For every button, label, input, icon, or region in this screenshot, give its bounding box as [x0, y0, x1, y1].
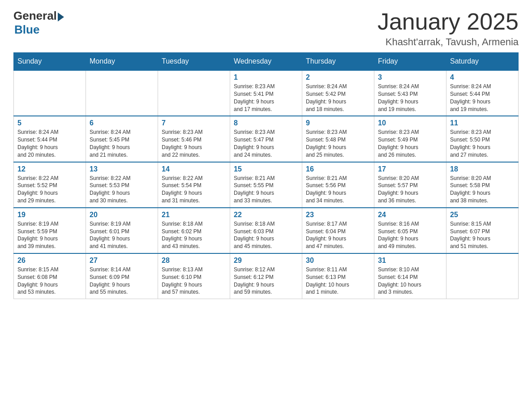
calendar-cell: 13Sunrise: 8:22 AMSunset: 5:53 PMDayligh… [86, 162, 158, 208]
day-info: Sunrise: 8:21 AMSunset: 5:55 PMDaylight:… [234, 175, 298, 205]
calendar-cell: 5Sunrise: 8:24 AMSunset: 5:44 PMDaylight… [14, 116, 86, 162]
day-number: 28 [162, 257, 226, 265]
calendar-cell: 9Sunrise: 8:23 AMSunset: 5:48 PMDaylight… [302, 116, 374, 162]
day-info: Sunrise: 8:14 AMSunset: 6:09 PMDaylight:… [90, 266, 154, 296]
calendar-cell: 23Sunrise: 8:17 AMSunset: 6:04 PMDayligh… [302, 208, 374, 253]
calendar-cell: 26Sunrise: 8:15 AMSunset: 6:08 PMDayligh… [14, 253, 86, 299]
day-info: Sunrise: 8:15 AMSunset: 6:08 PMDaylight:… [17, 266, 82, 296]
calendar-week-row: 5Sunrise: 8:24 AMSunset: 5:44 PMDaylight… [14, 116, 519, 162]
calendar-cell: 17Sunrise: 8:20 AMSunset: 5:57 PMDayligh… [374, 162, 446, 208]
calendar-cell: 3Sunrise: 8:24 AMSunset: 5:43 PMDaylight… [374, 70, 446, 116]
day-number: 19 [17, 211, 82, 219]
day-of-week-header: Wednesday [230, 53, 302, 71]
day-info: Sunrise: 8:24 AMSunset: 5:42 PMDaylight:… [306, 83, 370, 113]
day-number: 10 [378, 119, 442, 127]
day-number: 8 [234, 119, 298, 127]
day-number: 11 [450, 119, 515, 127]
day-number: 9 [306, 119, 370, 127]
calendar-table: SundayMondayTuesdayWednesdayThursdayFrid… [13, 52, 519, 299]
page-header: General Blue January 2025 Khasht'arrak, … [13, 9, 519, 48]
calendar-cell: 1Sunrise: 8:23 AMSunset: 5:41 PMDaylight… [230, 70, 302, 116]
day-info: Sunrise: 8:12 AMSunset: 6:12 PMDaylight:… [234, 266, 298, 296]
day-info: Sunrise: 8:23 AMSunset: 5:46 PMDaylight:… [162, 128, 226, 158]
day-number: 20 [90, 211, 154, 219]
day-number: 4 [450, 73, 515, 81]
calendar-cell: 22Sunrise: 8:18 AMSunset: 6:03 PMDayligh… [230, 208, 302, 253]
calendar-cell: 25Sunrise: 8:15 AMSunset: 6:07 PMDayligh… [446, 208, 519, 253]
day-number: 17 [378, 165, 442, 173]
day-number: 23 [306, 211, 370, 219]
calendar-cell: 27Sunrise: 8:14 AMSunset: 6:09 PMDayligh… [86, 253, 158, 299]
day-info: Sunrise: 8:24 AMSunset: 5:44 PMDaylight:… [17, 128, 82, 158]
day-number: 24 [378, 211, 442, 219]
calendar-week-row: 26Sunrise: 8:15 AMSunset: 6:08 PMDayligh… [14, 253, 519, 299]
day-of-week-header: Thursday [302, 53, 374, 71]
logo: General Blue [13, 9, 64, 37]
day-info: Sunrise: 8:18 AMSunset: 6:02 PMDaylight:… [162, 220, 226, 250]
calendar-cell [14, 70, 86, 116]
day-number: 31 [378, 257, 442, 265]
logo-general-text: General [13, 9, 57, 23]
calendar-cell [86, 70, 158, 116]
calendar-cell: 31Sunrise: 8:10 AMSunset: 6:14 PMDayligh… [374, 253, 446, 299]
calendar-cell: 7Sunrise: 8:23 AMSunset: 5:46 PMDaylight… [158, 116, 230, 162]
day-number: 5 [17, 119, 82, 127]
calendar-cell [446, 253, 519, 299]
day-info: Sunrise: 8:22 AMSunset: 5:53 PMDaylight:… [90, 175, 154, 205]
calendar-cell: 4Sunrise: 8:24 AMSunset: 5:44 PMDaylight… [446, 70, 519, 116]
day-info: Sunrise: 8:20 AMSunset: 5:58 PMDaylight:… [450, 175, 515, 205]
day-number: 14 [162, 165, 226, 173]
day-info: Sunrise: 8:19 AMSunset: 6:01 PMDaylight:… [90, 220, 154, 250]
day-number: 12 [17, 165, 82, 173]
calendar-cell: 21Sunrise: 8:18 AMSunset: 6:02 PMDayligh… [158, 208, 230, 253]
month-title: January 2025 [378, 9, 519, 34]
calendar-cell: 16Sunrise: 8:21 AMSunset: 5:56 PMDayligh… [302, 162, 374, 208]
day-info: Sunrise: 8:22 AMSunset: 5:54 PMDaylight:… [162, 175, 226, 205]
day-info: Sunrise: 8:23 AMSunset: 5:50 PMDaylight:… [450, 128, 515, 158]
day-info: Sunrise: 8:19 AMSunset: 5:59 PMDaylight:… [17, 220, 82, 250]
calendar-cell: 2Sunrise: 8:24 AMSunset: 5:42 PMDaylight… [302, 70, 374, 116]
day-number: 26 [17, 257, 82, 265]
day-info: Sunrise: 8:21 AMSunset: 5:56 PMDaylight:… [306, 175, 370, 205]
day-number: 16 [306, 165, 370, 173]
day-of-week-header: Monday [86, 53, 158, 71]
day-number: 3 [378, 73, 442, 81]
calendar-cell: 12Sunrise: 8:22 AMSunset: 5:52 PMDayligh… [14, 162, 86, 208]
calendar-cell [158, 70, 230, 116]
calendar-week-row: 19Sunrise: 8:19 AMSunset: 5:59 PMDayligh… [14, 208, 519, 253]
logo-blue-text: Blue [14, 23, 39, 37]
day-info: Sunrise: 8:24 AMSunset: 5:45 PMDaylight:… [90, 128, 154, 158]
day-number: 18 [450, 165, 515, 173]
calendar-cell: 30Sunrise: 8:11 AMSunset: 6:13 PMDayligh… [302, 253, 374, 299]
calendar-cell: 24Sunrise: 8:16 AMSunset: 6:05 PMDayligh… [374, 208, 446, 253]
location-subtitle: Khasht'arrak, Tavush, Armenia [378, 36, 519, 48]
day-number: 25 [450, 211, 515, 219]
day-number: 30 [306, 257, 370, 265]
day-of-week-header: Friday [374, 53, 446, 71]
day-of-week-header: Saturday [446, 53, 519, 71]
calendar-cell: 6Sunrise: 8:24 AMSunset: 5:45 PMDaylight… [86, 116, 158, 162]
day-number: 7 [162, 119, 226, 127]
day-number: 2 [306, 73, 370, 81]
calendar-cell: 14Sunrise: 8:22 AMSunset: 5:54 PMDayligh… [158, 162, 230, 208]
calendar-header-row: SundayMondayTuesdayWednesdayThursdayFrid… [14, 53, 519, 71]
day-info: Sunrise: 8:18 AMSunset: 6:03 PMDaylight:… [234, 220, 298, 250]
day-info: Sunrise: 8:11 AMSunset: 6:13 PMDaylight:… [306, 266, 370, 296]
day-info: Sunrise: 8:17 AMSunset: 6:04 PMDaylight:… [306, 220, 370, 250]
calendar-week-row: 12Sunrise: 8:22 AMSunset: 5:52 PMDayligh… [14, 162, 519, 208]
calendar-cell: 10Sunrise: 8:23 AMSunset: 5:49 PMDayligh… [374, 116, 446, 162]
day-number: 13 [90, 165, 154, 173]
calendar-cell: 29Sunrise: 8:12 AMSunset: 6:12 PMDayligh… [230, 253, 302, 299]
day-of-week-header: Tuesday [158, 53, 230, 71]
logo-arrow-icon [58, 13, 64, 21]
day-number: 1 [234, 73, 298, 81]
day-info: Sunrise: 8:15 AMSunset: 6:07 PMDaylight:… [450, 220, 515, 250]
day-number: 15 [234, 165, 298, 173]
day-info: Sunrise: 8:13 AMSunset: 6:10 PMDaylight:… [162, 266, 226, 296]
day-info: Sunrise: 8:24 AMSunset: 5:43 PMDaylight:… [378, 83, 442, 113]
day-number: 22 [234, 211, 298, 219]
day-info: Sunrise: 8:22 AMSunset: 5:52 PMDaylight:… [17, 175, 82, 205]
day-number: 6 [90, 119, 154, 127]
day-info: Sunrise: 8:23 AMSunset: 5:48 PMDaylight:… [306, 128, 370, 158]
day-of-week-header: Sunday [14, 53, 86, 71]
